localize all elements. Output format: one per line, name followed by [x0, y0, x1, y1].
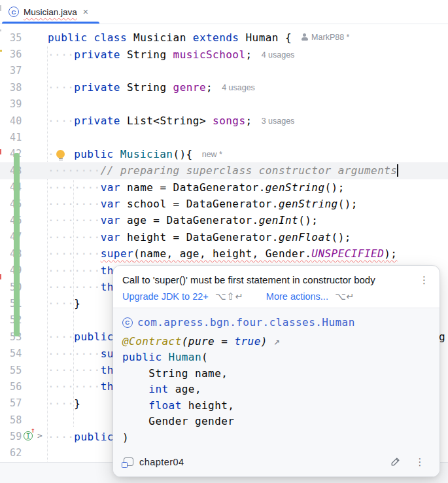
fold-chevron-icon[interactable]: > [37, 431, 43, 440]
code-token: private [74, 115, 120, 127]
popup-footer: chapter04 ⋮ [122, 455, 430, 469]
code-text: ····private String musicSchool;4 usages [47, 48, 448, 61]
line-number: 35 [0, 32, 47, 44]
author-icon [301, 33, 308, 41]
code-token: genInt [259, 214, 299, 226]
intention-bulb-icon[interactable] [56, 150, 65, 158]
code-line-48[interactable]: 48········super(name, age, height, Gende… [0, 245, 448, 262]
code-token: ········ [48, 247, 101, 260]
code-token: Musician [127, 31, 193, 44]
edit-icon[interactable] [390, 456, 401, 467]
code-token: th [101, 264, 114, 277]
line-number: 38 [0, 82, 47, 94]
code-token: String name, [122, 367, 228, 380]
popup-actions: Upgrade JDK to 22+ ⌥⇧↵ More actions... ⌥… [122, 291, 432, 302]
class-icon [122, 317, 133, 328]
tab-musician-java[interactable]: Musician.java × [1, 0, 95, 24]
line-number: 51 [0, 298, 47, 310]
upgrade-jdk-link[interactable]: Upgrade JDK to 22+ [122, 291, 209, 302]
doc-signature: @Contract(pure = true) ↗public Human( St… [122, 333, 430, 446]
code-token: UNSPECIFIED [311, 247, 384, 260]
code-line-42[interactable]: 42· public Musician(){new * [0, 146, 448, 162]
popup-footer-menu-icon[interactable]: ⋮ [413, 456, 428, 467]
code-text-beyond-popup: g [439, 331, 445, 343]
code-token: ········ [48, 214, 101, 226]
inlay-hint[interactable]: 3 usages [262, 116, 295, 126]
code-text: ········var school = DataGenerator.genSt… [47, 198, 448, 210]
code-line-36[interactable]: 36····private String musicSchool;4 usage… [0, 46, 448, 62]
tab-close-icon[interactable]: × [83, 7, 88, 16]
code-token: (); [298, 214, 318, 226]
code-token: ···· [48, 115, 74, 127]
code-token: var [101, 214, 120, 226]
code-token [67, 148, 74, 160]
code-line-43[interactable]: 43········// preparing superclass constr… [0, 162, 448, 179]
code-token: private [74, 81, 120, 94]
error-message: Call to 'super()' must be first statemen… [122, 274, 417, 285]
code-line-44[interactable]: 44········var name = DataGenerator.genSt… [0, 179, 448, 196]
code-token: Human [169, 351, 201, 363]
code-token: ········ [48, 181, 101, 194]
code-token: (); [338, 198, 358, 210]
more-actions-link[interactable]: More actions... [266, 291, 328, 302]
code-token: List<String> [120, 115, 213, 127]
code-token: ; [246, 115, 252, 127]
line-number: 40 [0, 115, 47, 127]
code-token: (){ [173, 148, 192, 160]
line-number: 47 [0, 231, 47, 243]
edge-mark [0, 5, 1, 11]
inlay-hint[interactable]: 4 usages [222, 83, 255, 92]
inlay-hint[interactable]: MarkP88 * [301, 33, 349, 42]
code-token: (pure = [182, 335, 235, 348]
code-token: ········ [48, 281, 101, 293]
module-name: chapter04 [139, 457, 184, 467]
code-line-38[interactable]: 38····private String genre;4 usages [0, 79, 448, 96]
code-token: float [148, 399, 181, 412]
code-line-37[interactable]: 37 [0, 63, 448, 79]
code-token: age, [169, 383, 201, 395]
qualified-class-name[interactable]: com.apress.bgn.four.classes.Human [137, 316, 355, 329]
line-number: 49 [0, 264, 47, 276]
code-token: genString [266, 181, 325, 194]
code-token: (name, age, height, Gender. [133, 247, 311, 260]
code-token: th [101, 364, 114, 376]
code-line-41[interactable]: 41 [0, 129, 448, 145]
code-token: age = DataGenerator. [120, 214, 259, 226]
code-token: public [74, 148, 114, 160]
code-line-39[interactable]: 39 [0, 96, 448, 113]
code-token: var [101, 181, 120, 194]
code-token: super [101, 247, 133, 260]
code-token: ↗ [267, 335, 280, 348]
line-number: 58 [0, 414, 47, 426]
inlay-text: 4 usages [262, 50, 295, 60]
code-token: (); [332, 231, 351, 243]
signature-line: public Human( [122, 349, 430, 366]
code-token: ········ [48, 164, 101, 177]
line-number: 52 [0, 314, 47, 326]
line-number: 62 [0, 447, 47, 459]
code-token: public [74, 331, 114, 343]
inlay-hint[interactable]: new * [202, 150, 222, 159]
code-line-35[interactable]: 35public class Musician extends Human {M… [0, 29, 448, 46]
code-line-47[interactable]: 47········var height = DataGenerator.gen… [0, 229, 448, 245]
code-token: extends [193, 31, 239, 44]
code-line-40[interactable]: 40····private List<String> songs;3 usage… [0, 113, 448, 129]
line-number: 56 [0, 381, 47, 393]
vcs-change-bar[interactable] [14, 153, 20, 336]
code-text: ········var age = DataGenerator.genInt()… [47, 214, 448, 226]
code-token: th [101, 380, 114, 393]
code-text: ········var name = DataGenerator.genStri… [47, 181, 448, 194]
line-number: 43 [0, 165, 47, 177]
code-token: ···· [48, 431, 74, 443]
editor-tab-bar: Musician.java × [0, 0, 448, 24]
class-icon [9, 7, 19, 17]
line-number: 44 [0, 181, 47, 193]
code-token: su [101, 348, 114, 360]
code-line-45[interactable]: 45········var school = DataGenerator.gen… [0, 196, 448, 212]
line-number: 50 [0, 281, 47, 293]
inlay-hint[interactable]: 4 usages [262, 50, 295, 60]
inlay-text: 4 usages [222, 83, 255, 92]
code-line-46[interactable]: 46········var age = DataGenerator.genInt… [0, 212, 448, 228]
popup-menu-icon[interactable]: ⋮ [417, 274, 432, 285]
code-token: th [101, 281, 114, 293]
